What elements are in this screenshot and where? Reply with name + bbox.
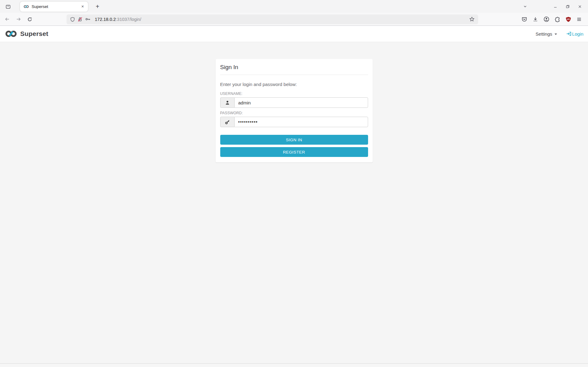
saved-password-key-icon[interactable]	[85, 17, 90, 21]
superset-infinity-icon	[5, 30, 17, 37]
forward-icon[interactable]	[14, 15, 22, 23]
pocket-icon[interactable]	[521, 17, 527, 22]
tab-close-icon[interactable]: ✕	[80, 4, 86, 10]
login-link[interactable]: Login	[566, 31, 583, 37]
reload-icon[interactable]	[26, 15, 34, 23]
window-restore-icon[interactable]	[563, 2, 572, 11]
sign-in-card: Sign In Enter your login and password be…	[216, 59, 373, 162]
svg-text:UO: UO	[567, 18, 570, 20]
username-input[interactable]	[234, 97, 368, 108]
page-footer	[0, 363, 588, 367]
url-bar[interactable]: 172.18.0.2:31037/login/	[67, 14, 478, 24]
page-content: Sign In Enter your login and password be…	[0, 42, 588, 363]
user-icon	[220, 97, 234, 108]
superset-navbar: Superset Settings Login	[0, 26, 588, 42]
card-title: Sign In	[220, 63, 368, 75]
tabstrip-right-controls	[517, 2, 584, 11]
browser-tab-strip: Superset ✕ +	[0, 0, 588, 13]
tracking-protection-shield-icon[interactable]	[70, 17, 75, 22]
caret-down-icon	[555, 33, 557, 35]
superset-logo[interactable]: Superset	[5, 30, 48, 37]
url-path: :31037/login/	[116, 17, 141, 22]
password-label: PASSWORD:	[220, 111, 368, 115]
register-button[interactable]: REGISTER	[220, 147, 368, 157]
browser-toolbar: 172.18.0.2:31037/login/	[0, 13, 588, 26]
login-arrow-icon	[566, 31, 571, 36]
brand-title: Superset	[20, 30, 48, 37]
list-all-tabs-chevron-icon[interactable]	[521, 2, 530, 11]
window-close-icon[interactable]	[575, 2, 584, 11]
url-text: 172.18.0.2:31037/login/	[95, 17, 141, 22]
url-host: 172.18.0.2	[95, 17, 116, 22]
window-minimize-icon[interactable]	[551, 2, 560, 11]
settings-label: Settings	[536, 31, 552, 37]
settings-menu[interactable]: Settings	[536, 31, 557, 37]
password-input[interactable]	[234, 117, 368, 127]
ublock-origin-icon[interactable]: UO	[566, 17, 571, 22]
downloads-icon[interactable]	[532, 17, 538, 22]
sign-in-button[interactable]: SIGN IN	[220, 135, 368, 145]
new-tab-button[interactable]: +	[93, 3, 102, 10]
account-icon[interactable]	[544, 16, 549, 22]
menu-hamburger-icon[interactable]	[576, 17, 582, 22]
extensions-puzzle-icon[interactable]	[555, 17, 560, 22]
bookmark-star-icon[interactable]	[469, 17, 475, 22]
navbar-right: Settings Login	[536, 31, 583, 37]
login-label: Login	[572, 31, 583, 37]
username-label: USERNAME:	[220, 92, 368, 96]
tab-favicon-superset-icon	[23, 5, 29, 8]
toolbar-right-icons: UO	[521, 16, 585, 22]
tab-title: Superset	[32, 4, 80, 9]
password-input-group	[220, 117, 368, 127]
insecure-lock-icon[interactable]	[78, 17, 83, 22]
login-prompt: Enter your login and password below:	[220, 82, 368, 87]
key-icon	[220, 117, 234, 127]
firefox-view-icon[interactable]	[4, 2, 12, 11]
back-icon[interactable]	[3, 15, 11, 23]
username-input-group	[220, 97, 368, 108]
browser-tab[interactable]: Superset ✕	[20, 2, 88, 12]
